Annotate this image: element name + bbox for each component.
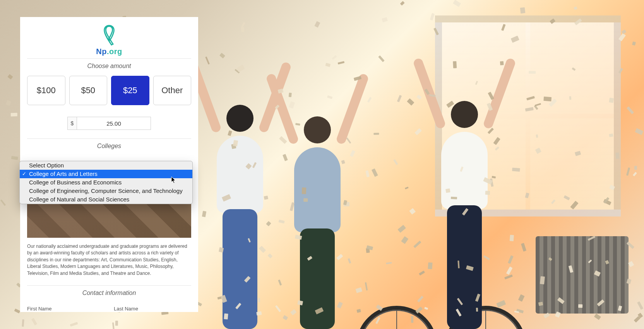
confetti-piece bbox=[538, 302, 543, 306]
confetti-piece bbox=[205, 56, 210, 65]
confetti-piece bbox=[350, 150, 355, 157]
confetti-piece bbox=[453, 0, 461, 7]
confetti-piece bbox=[428, 262, 433, 269]
confetti-piece bbox=[302, 188, 306, 194]
confetti-piece bbox=[327, 95, 332, 99]
confetti-piece bbox=[506, 266, 513, 275]
ribbon-icon bbox=[101, 25, 117, 46]
confetti-piece bbox=[373, 133, 379, 135]
confetti-piece bbox=[279, 220, 285, 223]
choose-amount-heading: Choose amount bbox=[27, 59, 191, 74]
confetti-piece bbox=[510, 235, 514, 241]
confetti-piece bbox=[112, 322, 115, 329]
confetti-piece bbox=[569, 96, 571, 100]
confetti-piece bbox=[278, 280, 282, 286]
confetti-piece bbox=[635, 128, 643, 135]
logo-np: Np bbox=[96, 47, 107, 56]
confetti-piece bbox=[401, 236, 409, 244]
confetti-piece bbox=[445, 188, 450, 193]
college-dropdown-popup: Select Option ✓ College of Arts and Lett… bbox=[19, 161, 193, 204]
amount-input-group: $ bbox=[67, 117, 151, 130]
custom-amount-input[interactable] bbox=[77, 117, 151, 130]
confetti-piece bbox=[341, 160, 345, 164]
amount-option-other[interactable]: Other bbox=[153, 76, 192, 105]
dropdown-option-engineering-cs-tech[interactable]: College of Engineering, Computer Science… bbox=[20, 187, 192, 195]
confetti-piece bbox=[11, 156, 18, 160]
org-logo: Np.org bbox=[20, 24, 198, 58]
confetti-piece bbox=[365, 170, 369, 177]
dropdown-option-arts-letters[interactable]: ✓ College of Arts and Letters bbox=[20, 170, 192, 178]
radiator-decor bbox=[536, 236, 629, 314]
confetti-piece bbox=[634, 166, 637, 170]
confetti-piece bbox=[632, 41, 636, 46]
confetti-piece bbox=[277, 89, 283, 94]
confetti-piece bbox=[202, 211, 206, 217]
amount-option-50[interactable]: $50 bbox=[69, 76, 108, 105]
confetti-piece bbox=[594, 314, 601, 320]
confetti-piece bbox=[332, 55, 337, 60]
dropdown-option-natural-social-sciences[interactable]: College of Natural and Social Sciences bbox=[20, 195, 192, 204]
confetti-piece bbox=[7, 74, 13, 80]
confetti-piece bbox=[268, 254, 273, 259]
check-icon: ✓ bbox=[22, 170, 26, 178]
confetti-piece bbox=[627, 167, 630, 176]
confetti-piece bbox=[637, 301, 644, 309]
dropdown-option-business-economics[interactable]: College of Business and Economics bbox=[20, 178, 192, 187]
amount-option-100[interactable]: $100 bbox=[27, 76, 65, 105]
confetti-piece bbox=[609, 98, 613, 103]
confetti-piece bbox=[357, 309, 361, 313]
confetti-piece bbox=[512, 167, 520, 171]
confetti-piece bbox=[430, 13, 435, 20]
confetti-piece bbox=[355, 288, 362, 293]
confetti-piece bbox=[337, 61, 344, 64]
confetti-piece bbox=[14, 309, 20, 313]
colleges-heading: Colleges bbox=[27, 139, 191, 154]
confetti-piece bbox=[508, 255, 513, 264]
confetti-piece bbox=[372, 169, 378, 177]
confetti-piece bbox=[536, 135, 538, 138]
first-name-label: First Name bbox=[27, 306, 52, 312]
confetti-piece bbox=[398, 225, 406, 233]
confetti-piece bbox=[540, 276, 545, 285]
confetti-piece bbox=[615, 153, 619, 159]
confetti-piece bbox=[365, 282, 368, 291]
confetti-piece bbox=[521, 243, 526, 251]
confetti-piece bbox=[22, 319, 24, 326]
confetti-piece bbox=[0, 199, 6, 206]
confetti-piece bbox=[417, 295, 424, 302]
confetti-piece bbox=[31, 318, 37, 326]
confetti-piece bbox=[529, 71, 536, 74]
confetti-piece bbox=[224, 314, 228, 320]
confetti-piece bbox=[414, 128, 422, 135]
confetti-piece bbox=[405, 187, 408, 189]
confetti-piece bbox=[500, 61, 504, 65]
confetti-piece bbox=[303, 198, 308, 202]
confetti-piece bbox=[574, 6, 577, 10]
confetti-piece bbox=[161, 312, 169, 315]
confetti-piece bbox=[413, 241, 421, 248]
confetti-piece bbox=[264, 196, 268, 200]
confetti-piece bbox=[219, 53, 225, 58]
confetti-piece bbox=[409, 208, 416, 215]
confetti-piece bbox=[544, 97, 552, 102]
currency-symbol: $ bbox=[68, 117, 77, 130]
confetti-piece bbox=[578, 304, 582, 308]
confetti-piece bbox=[382, 17, 388, 22]
org-logo-text: Np.org bbox=[20, 47, 198, 56]
dropdown-option-placeholder[interactable]: Select Option bbox=[20, 161, 192, 170]
confetti-piece bbox=[504, 274, 513, 280]
confetti-piece bbox=[453, 61, 457, 68]
confetti-piece bbox=[417, 95, 422, 100]
confetti-piece bbox=[346, 137, 351, 144]
confetti-piece bbox=[258, 298, 260, 302]
confetti-piece bbox=[314, 21, 320, 27]
confetti-piece bbox=[628, 261, 634, 267]
confetti-piece bbox=[6, 100, 11, 106]
amount-option-25[interactable]: $25 bbox=[111, 76, 149, 105]
contact-heading: Contact information bbox=[27, 286, 191, 301]
confetti-piece bbox=[289, 101, 295, 109]
confetti-piece bbox=[288, 92, 291, 97]
last-name-label: Last Name bbox=[114, 306, 138, 312]
confetti-piece bbox=[627, 106, 634, 114]
confetti-piece bbox=[348, 258, 351, 263]
